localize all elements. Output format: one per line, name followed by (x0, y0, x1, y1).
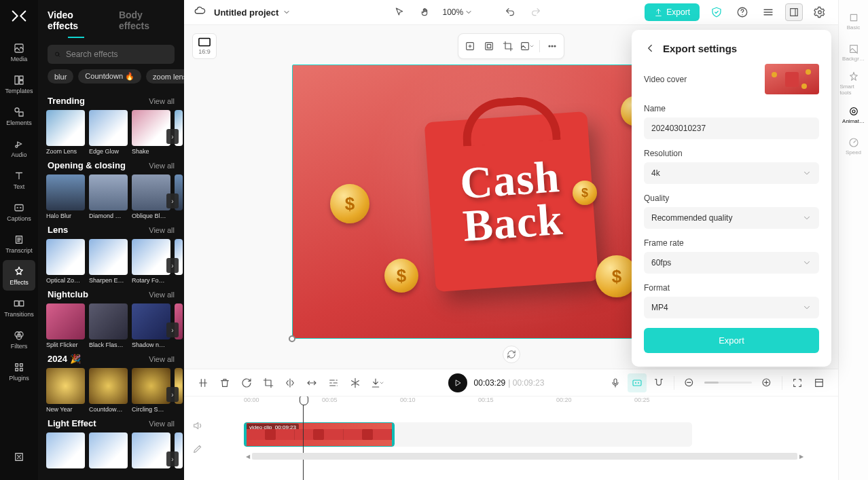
effect-thumbnail[interactable]: Sharpen E… (89, 239, 128, 284)
play-button[interactable] (448, 373, 467, 392)
effect-thumbnail[interactable]: Oblique Bl… (132, 174, 170, 219)
scroll-thumbs-right[interactable]: › (166, 129, 179, 144)
export-action-button[interactable]: Export (644, 328, 819, 353)
track-edit-icon[interactable] (192, 443, 203, 457)
effect-thumbnail[interactable]: Optical Zo… (46, 239, 85, 284)
effect-thumbnail[interactable] (89, 432, 128, 470)
app-logo[interactable] (10, 8, 29, 23)
view-all-link[interactable]: View all (149, 226, 175, 234)
rtab-animation[interactable]: Animat… (840, 100, 867, 129)
download-tl-icon[interactable] (367, 373, 386, 392)
view-all-link[interactable]: View all (149, 355, 175, 363)
video-clip[interactable]: video clip 00:09:23 (244, 422, 395, 447)
tab-body-effects[interactable]: Body effects (119, 10, 175, 38)
export-name-input[interactable] (644, 117, 819, 139)
rtab-basic[interactable]: Basic (840, 7, 867, 35)
rail-media[interactable]: Media (3, 37, 35, 67)
toggle-right-panel-icon[interactable] (785, 3, 803, 21)
scroll-right-icon[interactable]: ▶ (797, 453, 806, 460)
effect-thumbnail[interactable]: New Year (46, 368, 85, 413)
effect-thumbnail[interactable]: Edge Glow (89, 110, 128, 155)
rail-plugins[interactable]: Plugins (3, 356, 35, 386)
redo-icon[interactable] (527, 3, 545, 21)
timeline-scrollbar[interactable]: ◀ ▶ (211, 452, 838, 460)
chip-blur[interactable]: blur (48, 69, 73, 84)
add-media-icon[interactable] (461, 37, 479, 55)
scroll-thumbs-right[interactable]: › (166, 322, 179, 337)
scroll-thumbs-right[interactable]: › (166, 387, 179, 402)
effect-thumbnail[interactable]: Shake (132, 110, 170, 155)
rail-resize[interactable] (3, 441, 35, 472)
rtab-background[interactable]: Backgr… (840, 38, 867, 67)
export-back-icon[interactable] (644, 42, 656, 54)
rail-templates[interactable]: Templates (3, 69, 35, 99)
undo-icon[interactable] (501, 3, 519, 21)
microphone-icon[interactable] (606, 373, 625, 392)
tab-video-effects[interactable]: Video effects (48, 10, 105, 38)
effect-thumbnail[interactable] (46, 432, 85, 470)
help-icon[interactable] (734, 3, 751, 21)
rail-audio[interactable]: Audio (3, 132, 35, 163)
freeze-icon[interactable] (346, 373, 365, 392)
settings-icon[interactable] (811, 3, 829, 21)
fit-icon[interactable] (480, 37, 498, 55)
adjust-icon[interactable] (324, 373, 343, 392)
effect-thumbnail[interactable]: Black Flas… (89, 303, 128, 348)
timeline-tracks[interactable]: 00:0000:0500:1000:1500:2000:25 video cli… (211, 396, 838, 480)
playhead[interactable] (303, 396, 304, 480)
export-resolution-select[interactable]: 4k (644, 162, 819, 184)
scroll-thumbs-right[interactable]: › (166, 451, 179, 466)
scroll-thumbs-right[interactable]: › (166, 258, 179, 273)
export-framerate-select[interactable]: 60fps (644, 252, 819, 274)
rail-filters[interactable]: Filters (3, 324, 35, 354)
delete-icon[interactable] (215, 373, 234, 392)
effects-scroll[interactable]: TrendingView allZoom LensEdge GlowShake›… (38, 90, 184, 480)
view-all-link[interactable]: View all (149, 291, 175, 299)
effect-thumbnail[interactable]: Shadow n… (132, 303, 170, 348)
effect-thumbnail[interactable] (132, 432, 170, 470)
rtab-speed[interactable]: Speed (840, 132, 867, 160)
view-all-link[interactable]: View all (149, 162, 175, 170)
layout-tl-icon[interactable] (810, 373, 829, 392)
video-track[interactable]: video clip 00:09:23 (244, 422, 692, 447)
zoom-in-tl-icon[interactable] (757, 373, 776, 392)
reset-preview-icon[interactable] (503, 346, 520, 363)
rtab-smart-tools[interactable]: Smart tools (840, 69, 867, 98)
crop-tl-icon[interactable] (259, 373, 278, 392)
rail-transcript[interactable]: Transcript (3, 228, 35, 259)
rail-text[interactable]: Text (3, 164, 35, 195)
replace-icon[interactable] (518, 37, 536, 55)
effect-thumbnail[interactable]: Halo Blur (46, 174, 85, 219)
mirror-icon[interactable] (281, 373, 300, 392)
effect-thumbnail[interactable]: Circling S… (132, 368, 170, 413)
fit-timeline-icon[interactable] (788, 373, 807, 392)
aspect-ratio-chip[interactable]: 16:9 (192, 33, 217, 59)
video-cover-thumbnail[interactable] (765, 64, 819, 94)
search-input[interactable] (66, 50, 168, 59)
crop-icon[interactable] (499, 37, 517, 55)
effect-thumbnail[interactable]: Rotary Fo… (132, 239, 170, 284)
search-effects[interactable] (48, 45, 175, 64)
chip-countdown[interactable]: Countdown 🔥 (78, 69, 141, 84)
effect-thumbnail[interactable]: Zoom Lens (46, 110, 85, 155)
effect-thumbnail[interactable]: Split Flicker (46, 303, 85, 348)
rail-elements[interactable]: Elements (3, 100, 35, 131)
more-icon[interactable] (543, 37, 561, 55)
hand-icon[interactable] (416, 3, 434, 21)
split-icon[interactable] (194, 373, 213, 392)
view-all-link[interactable]: View all (149, 420, 175, 428)
effect-thumbnail[interactable]: Countdow… (89, 368, 128, 413)
export-format-select[interactable]: MP4 (644, 297, 819, 318)
scroll-thumbs-right[interactable]: › (166, 193, 179, 208)
cursor-icon[interactable] (391, 3, 408, 21)
rail-captions[interactable]: Captions (3, 196, 35, 227)
rotate-icon[interactable] (237, 373, 256, 392)
magnet-icon[interactable] (649, 373, 668, 392)
rail-effects[interactable]: Effects (3, 260, 35, 291)
view-all-link[interactable]: View all (149, 97, 175, 105)
cloud-icon[interactable] (194, 5, 206, 20)
export-quality-select[interactable]: Recommended quality (644, 207, 819, 229)
rail-transitions[interactable]: Transitions (3, 292, 35, 322)
export-button[interactable]: Export (645, 3, 700, 21)
anchor-handle[interactable] (289, 335, 295, 342)
